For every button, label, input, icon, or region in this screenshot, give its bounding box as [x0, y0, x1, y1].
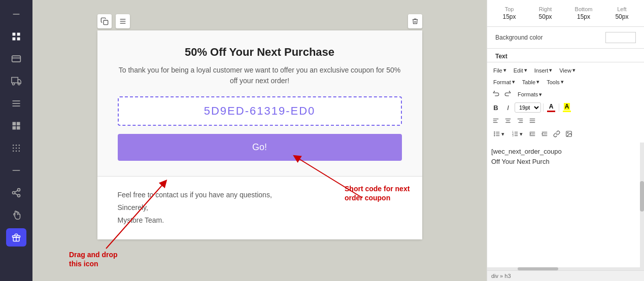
- svg-point-8: [13, 83, 15, 85]
- sidebar-card[interactable]: [6, 50, 26, 68]
- spacing-bottom-label: Bottom: [575, 6, 593, 12]
- toolbar-divider: [543, 103, 544, 112]
- svg-rect-5: [12, 56, 21, 62]
- delete-block-icon[interactable]: [408, 14, 422, 28]
- edit-menu-button[interactable]: Edit ▾: [511, 65, 530, 75]
- svg-point-27: [18, 189, 20, 191]
- align-right-button[interactable]: [515, 115, 526, 126]
- bold-button[interactable]: B: [490, 102, 501, 113]
- h-scrollbar-thumb[interactable]: [518, 267, 558, 270]
- svg-point-9: [18, 83, 20, 85]
- align-left-button[interactable]: [490, 115, 501, 126]
- sidebar-lines[interactable]: [6, 94, 26, 113]
- link-button[interactable]: [551, 128, 562, 139]
- scrollbar-thumb[interactable]: [640, 181, 644, 212]
- indent-decrease-button[interactable]: [527, 128, 538, 139]
- image-button[interactable]: [563, 128, 574, 139]
- svg-point-56: [494, 133, 495, 134]
- highlight-color-button[interactable]: A: [561, 102, 572, 113]
- svg-rect-11: [13, 103, 20, 104]
- view-menu-button[interactable]: View ▾: [556, 65, 579, 75]
- spacing-top: Top 15px: [503, 6, 516, 20]
- bg-color-swatch[interactable]: [605, 32, 636, 43]
- sidebar-minus[interactable]: [6, 5, 26, 23]
- sidebar-share[interactable]: [6, 184, 26, 202]
- sidebar-gift[interactable]: [6, 228, 26, 247]
- tools-menu-button[interactable]: Tools ▾: [544, 77, 567, 87]
- editor-content[interactable]: [wec_next_order_coupo Off Your Next Purc…: [487, 143, 644, 183]
- toolbar-row-3: Formats ▾: [490, 88, 641, 101]
- justify-button[interactable]: [527, 115, 538, 126]
- align-center-button[interactable]: [502, 115, 514, 126]
- italic-button[interactable]: I: [502, 102, 514, 113]
- svg-point-23: [13, 151, 14, 152]
- coupon-code-box[interactable]: 5D9ED-61319-ED0: [118, 96, 402, 126]
- svg-point-25: [19, 151, 20, 152]
- sidebar-dotgrid[interactable]: [6, 139, 26, 157]
- indent-increase-button[interactable]: [539, 128, 550, 139]
- toolbar-row-2: Format ▾ Table ▾ Tools ▾: [490, 76, 641, 88]
- svg-rect-15: [13, 126, 16, 130]
- svg-point-21: [16, 148, 17, 149]
- svg-point-22: [19, 148, 20, 149]
- svg-rect-34: [104, 20, 108, 25]
- sidebar-blocks[interactable]: [6, 117, 26, 135]
- coupon-go-button[interactable]: Go!: [118, 134, 402, 161]
- sidebar-bar[interactable]: [6, 161, 26, 180]
- spacing-right-value: 50px: [539, 13, 552, 20]
- move-block-icon[interactable]: [116, 14, 130, 28]
- spacing-section: Top 15px Right 50px Bottom 15px Left 50p…: [487, 0, 644, 27]
- spacing-left-label: Left: [615, 6, 628, 12]
- svg-point-71: [567, 132, 568, 133]
- editor-area[interactable]: [wec_next_order_coupo Off Your Next Purc…: [487, 143, 644, 270]
- toolbar-row-5: [490, 114, 641, 127]
- insert-menu-button[interactable]: Insert ▾: [531, 65, 556, 75]
- scrollbar-track[interactable]: [640, 143, 644, 270]
- spacing-left-value: 50px: [615, 13, 628, 20]
- svg-line-30: [15, 193, 18, 195]
- highlight-color-indicator: [563, 111, 571, 112]
- svg-rect-26: [13, 170, 20, 171]
- spacing-top-value: 15px: [503, 13, 516, 20]
- svg-point-28: [13, 192, 15, 194]
- canvas-area: 50% Off Your Next Purchase To thank you …: [32, 0, 487, 281]
- short-code-annotation: Short code for nextorder coupon: [345, 184, 410, 202]
- svg-line-31: [15, 190, 18, 192]
- coupon-section: 50% Off Your Next Purchase To thank you …: [97, 30, 422, 176]
- breadcrumb: div » h3: [491, 273, 511, 279]
- svg-point-29: [18, 194, 20, 197]
- spacing-bottom: Bottom 15px: [575, 6, 593, 20]
- sidebar-truck[interactable]: [6, 72, 26, 90]
- format-menu-button[interactable]: Format ▾: [490, 77, 518, 87]
- toolbar-row-6: ▾ 123 ▾: [490, 127, 641, 140]
- email-coupon-block: 50% Off Your Next Purchase To thank you …: [97, 30, 422, 239]
- table-menu-button[interactable]: Table ▾: [519, 77, 543, 87]
- breadcrumb-bar: div » h3: [487, 270, 644, 281]
- file-menu-button[interactable]: File ▾: [490, 65, 510, 75]
- ordered-list-button[interactable]: 123 ▾: [509, 129, 526, 139]
- formats-menu-button[interactable]: Formats ▾: [515, 90, 545, 99]
- left-sidebar: [0, 0, 32, 281]
- undo-button[interactable]: [490, 89, 501, 100]
- svg-point-55: [494, 132, 495, 132]
- svg-rect-13: [13, 122, 16, 126]
- toolbar-row-1: File ▾ Edit ▾ Insert ▾ View ▾: [490, 64, 641, 76]
- svg-rect-3: [13, 38, 16, 41]
- background-color-section: Background color: [487, 27, 644, 49]
- toolbar-row-4: B I 19pt A A: [490, 101, 641, 114]
- svg-point-18: [16, 145, 17, 146]
- toolbar-divider-2: [559, 103, 559, 112]
- text-section-label: Text: [487, 49, 644, 62]
- svg-rect-1: [13, 33, 16, 36]
- editor-text-preview: [wec_next_order_coupo Off Your Next Purc…: [491, 147, 640, 166]
- font-size-select[interactable]: 19pt: [515, 102, 541, 113]
- h-scrollbar-track[interactable]: [487, 267, 640, 270]
- copy-block-icon[interactable]: [97, 14, 112, 28]
- redo-button[interactable]: [502, 89, 514, 100]
- sidebar-hand[interactable]: [6, 206, 26, 224]
- unordered-list-button[interactable]: ▾: [490, 129, 507, 139]
- svg-rect-4: [17, 38, 20, 41]
- spacing-left: Left 50px: [615, 6, 628, 20]
- font-color-button[interactable]: A: [546, 102, 557, 113]
- sidebar-grid[interactable]: [6, 27, 26, 46]
